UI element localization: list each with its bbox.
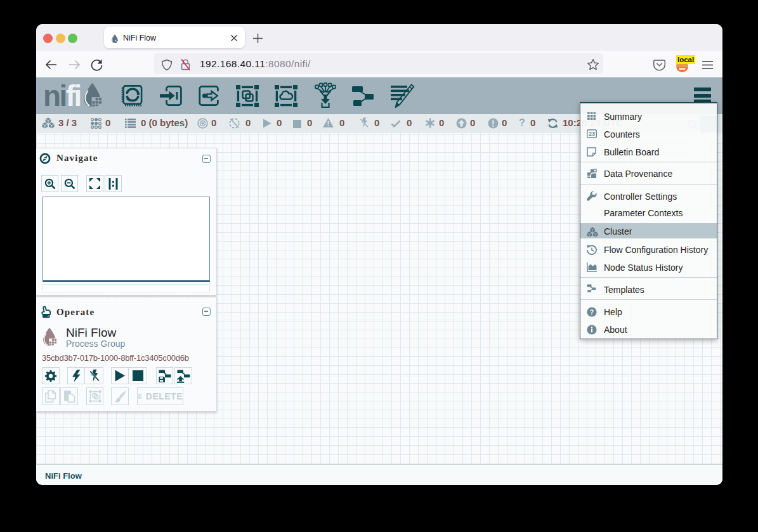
svg-text:?: ? bbox=[590, 308, 594, 316]
svg-text:23: 23 bbox=[589, 131, 595, 137]
